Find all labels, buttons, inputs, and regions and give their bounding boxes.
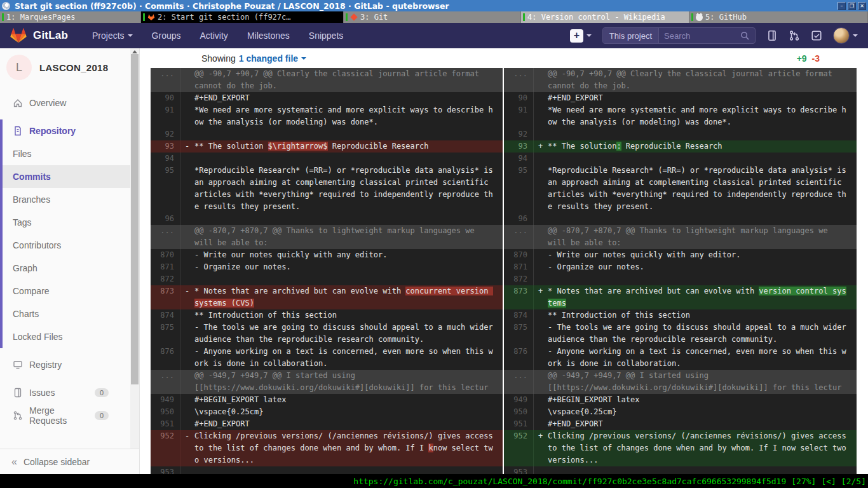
count-badge: 0 [95, 388, 109, 397]
diff-row: 873+* Notes that are archived but can ev… [504, 285, 857, 309]
close-button[interactable]: ✕ [858, 2, 866, 10]
sidebar-item-tags[interactable]: Tags [3, 211, 133, 234]
line-number[interactable]: 875 [504, 322, 533, 346]
line-number[interactable]: 876 [151, 346, 180, 370]
line-number[interactable]: 951 [504, 418, 533, 430]
line-number[interactable]: 94 [151, 152, 180, 165]
line-number[interactable]: 953 [504, 466, 533, 474]
issues-icon[interactable] [766, 30, 778, 41]
maximize-button[interactable]: ❐ [848, 2, 856, 10]
sidebar-item-contributors[interactable]: Contributors [3, 234, 133, 257]
sidebar-item-registry[interactable]: Registry [0, 353, 130, 376]
line-number[interactable]: 872 [151, 273, 180, 285]
diff-code-line [533, 213, 857, 225]
minimize-button[interactable]: – [837, 2, 846, 10]
diff-code-line: @@ -90,7 +90,7 @@ Clearly the classical … [533, 68, 857, 92]
navbar-item-activity[interactable]: Activity [200, 30, 228, 41]
line-number[interactable]: 874 [151, 309, 180, 322]
line-number[interactable]: 876 [504, 346, 533, 370]
tab[interactable]: 5: GitHub [689, 11, 868, 23]
line-number[interactable]: 953 [151, 466, 180, 474]
sidebar-item-overview[interactable]: Overview [0, 92, 130, 114]
user-menu[interactable] [833, 27, 858, 44]
sidebar-item-commits[interactable]: Commits [3, 165, 133, 188]
tab[interactable]: 3: Git [344, 11, 521, 23]
line-number[interactable]: 91 [151, 104, 180, 128]
line-number[interactable]: 952 [504, 430, 533, 466]
navbar-item-projects[interactable]: Projects [92, 30, 133, 41]
diff-row: 90#+END_EXPORT [151, 92, 503, 104]
line-number[interactable]: 949 [504, 394, 533, 406]
gitlab-logo[interactable]: GitLab [10, 28, 68, 43]
sidebar-item-label: Issues [29, 388, 55, 398]
sidebar-item-repository[interactable]: Repository [3, 119, 133, 142]
line-number[interactable]: 96 [151, 213, 180, 225]
line-number[interactable]: 950 [151, 406, 180, 418]
project-header[interactable]: L LASCON_2018 [0, 48, 139, 86]
user-avatar[interactable] [833, 27, 850, 44]
sidebar-item-branches[interactable]: Branches [3, 188, 133, 211]
sidebar-item-label: Tags [13, 217, 32, 227]
line-number[interactable]: 90 [504, 92, 533, 104]
collapse-sidebar-button[interactable]: « Collapse sidebar [0, 449, 139, 474]
line-number[interactable]: 95 [151, 165, 180, 213]
navbar-right: + This project [570, 27, 858, 44]
line-number[interactable]: 952 [151, 430, 180, 466]
line-number[interactable]: 873 [504, 285, 533, 309]
line-number[interactable]: 871 [504, 261, 533, 273]
line-number[interactable]: 96 [504, 213, 533, 225]
sidebar-scrollbar[interactable] [130, 48, 139, 449]
todos-icon[interactable] [811, 30, 822, 41]
line-number[interactable]: 870 [504, 249, 533, 261]
diff-row: 94 [151, 152, 503, 165]
sidebar-item-graph[interactable]: Graph [3, 257, 133, 280]
merge-requests-icon[interactable] [789, 30, 800, 41]
line-number[interactable]: 871 [151, 261, 180, 273]
sidebar-item-locked-files[interactable]: Locked Files [3, 325, 133, 348]
search-icon[interactable] [740, 31, 750, 41]
sidebar-item-charts[interactable]: Charts [3, 302, 133, 325]
line-number[interactable]: 94 [504, 152, 533, 165]
line-number[interactable]: 872 [504, 273, 533, 285]
navbar-item-milestones[interactable]: Milestones [247, 30, 290, 41]
line-number[interactable]: 949 [151, 394, 180, 406]
search-input[interactable] [659, 31, 740, 41]
tab[interactable]: 2: Start git section (ff927c… [141, 11, 344, 23]
tab[interactable]: 4: Version control - Wikipedia [521, 11, 689, 23]
new-dropdown[interactable]: + [570, 29, 592, 43]
line-number[interactable]: 93 [504, 140, 533, 152]
navbar-item-groups[interactable]: Groups [152, 30, 181, 41]
tab-indicator [2, 13, 4, 21]
window-controls: –❐✕ [837, 2, 866, 10]
navbar-item-snippets[interactable]: Snippets [309, 30, 343, 41]
line-number[interactable]: 870 [151, 249, 180, 261]
line-number[interactable]: 91 [504, 104, 533, 128]
line-number[interactable]: 90 [151, 92, 180, 104]
sidebar-section: Overview [0, 92, 139, 114]
changed-files-dropdown[interactable]: 1 changed file [239, 53, 306, 64]
line-number[interactable]: 951 [151, 418, 180, 430]
diff-stats: +9 -3 [797, 53, 820, 64]
sidebar-nav: OverviewRepositoryFilesCommitsBranchesTa… [0, 92, 139, 427]
sidebar-item-compare[interactable]: Compare [3, 280, 133, 302]
sidebar-item-issues[interactable]: Issues0 [0, 381, 130, 404]
sidebar-item-files[interactable]: Files [3, 142, 133, 165]
tab[interactable]: 1: MarquesPages [0, 11, 141, 23]
line-number[interactable]: 950 [504, 406, 533, 418]
line-number[interactable]: 92 [504, 128, 533, 140]
scrollbar-thumb[interactable] [131, 54, 139, 384]
scrollbar-up-arrow-icon[interactable] [132, 50, 137, 53]
diff-code-line: \vspace{0.25cm} [180, 406, 503, 418]
plus-icon[interactable]: + [570, 29, 583, 43]
line-number[interactable]: 93 [151, 140, 180, 152]
sidebar-item-merge-requests[interactable]: Merge Requests0 [0, 404, 130, 427]
line-number[interactable]: 95 [504, 165, 533, 213]
line-number[interactable]: 875 [151, 322, 180, 346]
line-number[interactable]: 92 [151, 128, 180, 140]
diff-code-line: ** Introduction of this section [180, 309, 503, 322]
diff-code-line: @@ -949,7 +949,7 @@ I started using [[ht… [533, 370, 857, 394]
diff-row: 91*We need are more systematic and more … [151, 104, 503, 128]
line-number[interactable]: 873 [151, 285, 180, 309]
line-number[interactable]: 874 [504, 309, 533, 322]
search-scope-badge[interactable]: This project [603, 28, 659, 43]
